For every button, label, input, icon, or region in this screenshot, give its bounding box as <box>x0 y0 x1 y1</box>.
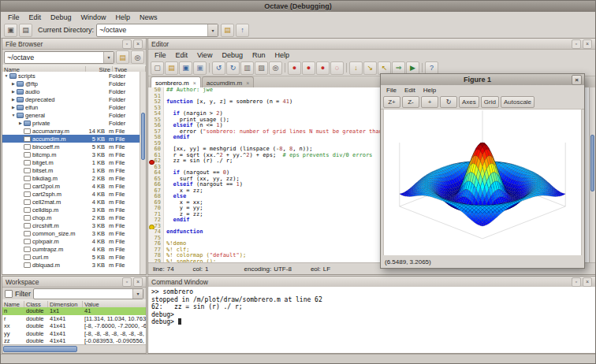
file-row[interactable]: ▶elfunFolder <box>2 103 140 111</box>
collapse-icon[interactable]: ▼ <box>3 73 9 78</box>
file-row[interactable]: cell2mat.m4 KBm File <box>2 198 140 206</box>
collapse-icon[interactable]: ▼ <box>10 113 17 117</box>
browse-directory-icon[interactable]: ▤ <box>221 24 234 37</box>
browse-icon[interactable]: ▤ <box>116 50 129 64</box>
redo-icon[interactable]: ↻ <box>226 61 240 75</box>
chevron-down-icon[interactable] <box>103 52 114 63</box>
editor-menu-debug[interactable]: Debug <box>217 51 248 59</box>
menu-file[interactable]: File <box>3 13 24 21</box>
zoom-out-button[interactable]: Z- <box>402 96 419 108</box>
toggle-breakpoint-icon[interactable]: ● <box>288 61 301 75</box>
toggle-grid[interactable]: Grid <box>481 96 499 108</box>
step-out-icon[interactable]: ↖ <box>378 61 391 75</box>
menu-debug[interactable]: Debug <box>46 13 76 21</box>
file-row[interactable]: ▶audioFolder <box>2 87 140 95</box>
toggle-autoscale[interactable]: Autoscale <box>501 96 535 108</box>
undo-icon[interactable]: ↺ <box>212 61 225 75</box>
file-row[interactable]: ▶privateFolder <box>2 119 140 127</box>
scrollbar-thumb[interactable] <box>3 346 77 352</box>
figure-menu-file[interactable]: File <box>382 87 400 94</box>
undock-icon[interactable]: ▫ <box>122 39 132 49</box>
directory-up-icon[interactable]: ↑ <box>236 24 249 37</box>
expand-icon[interactable]: ▶ <box>10 81 17 86</box>
variable-row[interactable]: xxdouble41x41[-8, -7.6000, -7.2000, -6.8… <box>2 322 146 330</box>
scrollbar-thumb[interactable] <box>590 135 594 191</box>
close-icon[interactable]: × <box>133 39 143 49</box>
menu-news[interactable]: News <box>135 13 162 21</box>
terminal-icon[interactable]: ▣ <box>4 24 17 37</box>
file-browser-scrollbar[interactable] <box>140 72 146 274</box>
figure-canvas[interactable] <box>384 110 581 255</box>
expand-icon[interactable]: ▶ <box>10 97 17 102</box>
close-icon[interactable]: × <box>133 277 143 287</box>
rotate-icon[interactable]: ↻ <box>440 96 457 108</box>
file-row[interactable]: dblquad.m3 KBm File <box>2 261 140 269</box>
workspace-header[interactable]: Workspace ▫× <box>2 277 146 288</box>
file-browser-header[interactable]: File Browser ▫× <box>2 39 146 50</box>
previous-breakpoint-icon[interactable]: ● <box>316 61 330 75</box>
file-row[interactable]: bitget.m1 KBm File <box>2 158 140 166</box>
new-file-icon[interactable]: ▢ <box>151 61 164 75</box>
figure-window[interactable]: Figure 1 × FileEditHelp Z+Z-+↻AxesGridAu… <box>380 73 585 269</box>
step-in-icon[interactable]: ↘ <box>363 61 377 75</box>
file-row[interactable]: ▼generalFolder <box>2 111 140 119</box>
undock-icon[interactable]: ▫ <box>122 277 132 287</box>
file-row[interactable]: bitcmp.m3 KBm File <box>2 150 140 158</box>
close-tab-icon[interactable]: × <box>246 80 249 86</box>
file-row[interactable]: curl.m5 KBm File <box>2 253 140 261</box>
editor-menu-help[interactable]: Help <box>270 51 294 59</box>
file-row[interactable]: accumarray.m14 KBm File <box>2 127 140 135</box>
file-row[interactable]: cplxpair.m4 KBm File <box>2 237 140 245</box>
pan-icon[interactable]: + <box>421 96 438 108</box>
variable-row[interactable]: rdouble41x41[11.314, 11.034, 10.763, 1..… <box>2 315 146 323</box>
editor-menu-edit[interactable]: Edit <box>171 51 193 59</box>
copy-icon[interactable]: ▥ <box>240 61 254 75</box>
file-row[interactable]: bitset.m1 KBm File <box>2 166 140 174</box>
expand-icon[interactable]: ▶ <box>17 121 24 125</box>
toggle-axes[interactable]: Axes <box>459 96 479 108</box>
continue-icon[interactable]: ⇒ <box>392 61 405 75</box>
find-icon[interactable]: ◎ <box>269 61 282 75</box>
chevron-down-icon[interactable] <box>132 289 143 299</box>
file-row[interactable]: accumdim.m5 KBm File <box>2 135 140 143</box>
menu-help[interactable]: Help <box>111 13 136 21</box>
menu-window[interactable]: Window <box>76 13 111 21</box>
editor-scrollbar[interactable] <box>589 87 595 263</box>
search-icon[interactable]: ◎ <box>131 50 144 64</box>
documentation-icon[interactable]: ▤ <box>19 24 32 37</box>
command-window-header[interactable]: Command Window ▫× <box>148 277 595 288</box>
scrollbar-thumb[interactable] <box>141 113 145 160</box>
editor-menu-run[interactable]: Run <box>248 51 270 59</box>
file-row[interactable]: ▶deprecatedFolder <box>2 95 140 103</box>
step-icon[interactable]: ↓ <box>349 61 363 75</box>
figure-menu-help[interactable]: Help <box>419 87 440 94</box>
figure-close-icon[interactable]: × <box>572 75 582 85</box>
file-row[interactable]: circshift.m3 KBm File <box>2 221 140 229</box>
filter-checkbox[interactable] <box>5 290 13 298</box>
file-row[interactable]: celldisp.m3 KBm File <box>2 206 140 214</box>
file-row[interactable]: chop.m2 KBm File <box>2 214 140 221</box>
workspace-hscrollbar[interactable] <box>2 344 146 353</box>
editor-menu-view[interactable]: View <box>192 51 217 59</box>
filter-combobox[interactable] <box>33 288 143 299</box>
titlebar[interactable]: Octave (Debugging) <box>1 1 595 12</box>
command-console[interactable]: >> sombrerostopped in /m/plot/draw/sombr… <box>148 287 595 353</box>
file-row[interactable]: cart2pol.m4 KBm File <box>2 182 140 190</box>
figure-titlebar[interactable]: Figure 1 × <box>381 74 584 85</box>
zoom-in-button[interactable]: Z+ <box>383 96 400 108</box>
expand-icon[interactable]: ▶ <box>10 89 17 94</box>
close-icon[interactable]: × <box>583 39 592 49</box>
variable-row[interactable]: ndouble1x141 <box>2 307 146 315</box>
file-row[interactable]: bincoeff.m5 KBm File <box>2 143 140 150</box>
path-combobox[interactable]: ~/octave <box>4 51 114 64</box>
file-row[interactable]: ▼scriptsFolder <box>2 72 140 80</box>
editor-header[interactable]: Editor ▫× <box>148 39 595 50</box>
save-as-icon[interactable]: ▣ <box>193 61 207 75</box>
next-breakpoint-icon[interactable]: ● <box>302 61 315 75</box>
open-file-icon[interactable]: ▤ <box>165 61 178 75</box>
file-row[interactable]: cumtrapz.m4 KBm File <box>2 245 140 253</box>
undock-icon[interactable]: ▫ <box>572 39 581 49</box>
save-icon[interactable]: ▣ <box>179 61 192 75</box>
close-icon[interactable]: × <box>583 277 592 287</box>
file-row[interactable]: blkdiag.m2 KBm File <box>2 174 140 182</box>
